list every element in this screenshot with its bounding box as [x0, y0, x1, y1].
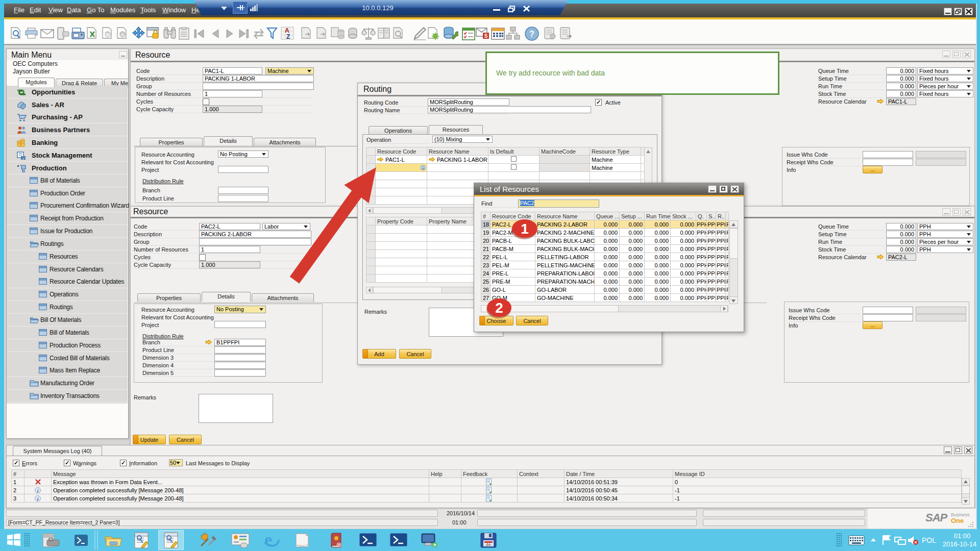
svg-text:2: 2	[495, 300, 503, 316]
svg-text:-64-: -64-	[485, 543, 492, 546]
svg-text:1: 1	[521, 221, 529, 237]
